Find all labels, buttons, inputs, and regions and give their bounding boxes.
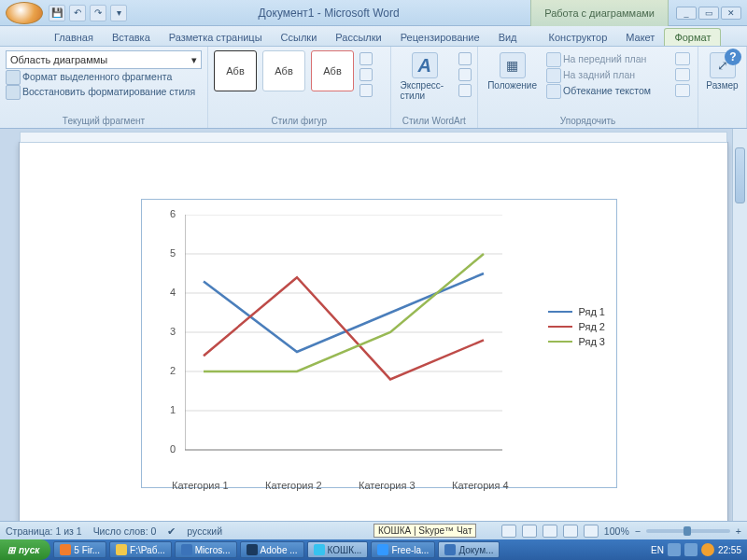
x-category-label: Категория 3 — [359, 480, 416, 491]
tab-review[interactable]: Рецензирование — [391, 29, 489, 46]
document-area: Ряд 1Ряд 2Ряд 3 0123456Категория 1Катего… — [0, 129, 747, 521]
group-shape-styles: Абв Абв Абв Стили фигур — [208, 47, 391, 128]
windows-logo-icon: ⊞ — [7, 545, 15, 555]
tab-mailings[interactable]: Рассылки — [326, 29, 390, 46]
taskbar-item[interactable]: Adobe ... — [240, 541, 304, 558]
align-group-stack — [673, 50, 692, 97]
view-outline-icon[interactable] — [563, 525, 578, 538]
vertical-scrollbar[interactable] — [732, 129, 747, 521]
tab-references[interactable]: Ссылки — [272, 29, 327, 46]
reset-style-button[interactable]: Восстановить форматирование стиля — [6, 84, 202, 99]
taskbar-item[interactable]: F:\Раб... — [109, 541, 172, 558]
tab-view[interactable]: Вид — [489, 29, 527, 46]
minimize-button[interactable]: _ — [676, 7, 697, 20]
legend-item: Ряд 1 — [548, 306, 605, 317]
chart-element-combo[interactable]: Область диаграммы ▾ — [6, 50, 202, 69]
y-tick-label: 2 — [170, 365, 176, 376]
tab-chart-layout[interactable]: Макет — [616, 29, 664, 46]
y-tick-label: 1 — [170, 404, 176, 415]
rotate-icon — [675, 84, 690, 97]
start-button[interactable]: ⊞ пуск — [0, 539, 50, 560]
close-button[interactable]: ✕ — [721, 7, 741, 20]
position-button[interactable]: ▦ Положение — [484, 50, 541, 92]
tab-chart-design[interactable]: Конструктор — [540, 29, 617, 46]
status-page[interactable]: Страница: 1 из 1 — [6, 525, 82, 537]
chevron-down-icon: ▾ — [191, 54, 197, 66]
position-label: Положение — [487, 80, 537, 91]
shape-effects-icon[interactable] — [359, 84, 373, 97]
quick-access-toolbar: 💾 ↶ ↷ ▾ — [49, 5, 127, 21]
ribbon-tabs: Главная Вставка Разметка страницы Ссылки… — [0, 26, 747, 47]
chart-element-combo-value: Область диаграммы — [10, 54, 107, 65]
text-wrap-button[interactable]: Обтекание текстом — [546, 84, 668, 97]
horizontal-ruler[interactable] — [20, 132, 727, 143]
tab-chart-format[interactable]: Формат — [664, 28, 721, 46]
chart-legend: Ряд 1Ряд 2Ряд 3 — [548, 302, 605, 351]
qat-more-icon[interactable]: ▾ — [110, 5, 127, 21]
group-label-size — [704, 124, 740, 126]
y-tick-label: 0 — [170, 443, 176, 455]
zoom-level[interactable]: 100% — [604, 525, 629, 537]
window-buttons: _ ▭ ✕ — [676, 7, 741, 20]
windows-taskbar: ⊞ пуск 5 Fir...F:\Раб...Micros...Adobe .… — [0, 539, 747, 560]
language-indicator[interactable]: EN — [651, 545, 664, 555]
zoom-in-button[interactable]: + — [736, 525, 741, 537]
tray-icon-1[interactable] — [668, 543, 681, 556]
undo-icon[interactable]: ↶ — [69, 5, 86, 21]
shape-style-1[interactable]: Абв — [214, 50, 257, 91]
tray-icon-3[interactable] — [701, 543, 714, 556]
group-label-shape-styles: Стили фигур — [214, 114, 385, 126]
shape-fill-icon[interactable] — [359, 52, 373, 65]
status-spellcheck-icon[interactable]: ✔ — [167, 525, 176, 537]
group-icon — [675, 68, 690, 81]
x-category-label: Категория 1 — [172, 480, 229, 491]
tab-page-layout[interactable]: Разметка страницы — [160, 29, 272, 46]
text-fill-icon[interactable] — [458, 52, 472, 65]
taskbar-item[interactable]: Докум... — [438, 541, 500, 558]
view-fullscreen-icon[interactable] — [522, 525, 537, 538]
express-styles-button[interactable]: A Экспресс-стили — [397, 50, 454, 103]
shape-style-more[interactable] — [359, 50, 373, 97]
view-web-icon[interactable] — [543, 525, 557, 538]
title-bar: 💾 ↶ ↷ ▾ Документ1 - Microsoft Word Работ… — [0, 0, 747, 26]
help-icon[interactable]: ? — [725, 49, 741, 65]
taskbar-item[interactable]: 5 Fir... — [53, 541, 106, 558]
start-label: пуск — [19, 545, 39, 555]
wordart-icon: A — [412, 52, 438, 78]
page[interactable]: Ряд 1Ряд 2Ряд 3 0123456Категория 1Катего… — [19, 142, 728, 521]
taskbar-item[interactable]: Free-la... — [371, 541, 435, 558]
status-language[interactable]: русский — [187, 525, 222, 537]
status-word-count[interactable]: Число слов: 0 — [93, 525, 157, 537]
view-print-layout-icon[interactable] — [501, 525, 516, 538]
tab-home[interactable]: Главная — [45, 29, 103, 46]
chart-plot — [185, 215, 502, 469]
send-back-button: На задний план — [546, 68, 668, 81]
bring-front-button: На передний план — [546, 52, 668, 65]
text-effects-icon[interactable] — [458, 84, 472, 97]
y-tick-label: 6 — [170, 208, 176, 219]
x-category-label: Категория 2 — [265, 480, 322, 491]
legend-item: Ряд 2 — [548, 321, 605, 332]
tray-icon-2[interactable] — [684, 543, 698, 556]
taskbar-item[interactable]: Micros... — [175, 541, 237, 558]
save-icon[interactable]: 💾 — [49, 5, 65, 21]
shape-style-2[interactable]: Абв — [262, 50, 305, 91]
restore-button[interactable]: ▭ — [698, 7, 719, 20]
format-selection-button[interactable]: Формат выделенного фрагмента — [6, 69, 202, 84]
system-tray: EN 22:55 — [645, 543, 747, 556]
shape-outline-icon[interactable] — [359, 68, 373, 81]
chart-object[interactable]: Ряд 1Ряд 2Ряд 3 0123456Категория 1Катего… — [141, 199, 617, 488]
taskbar-item[interactable]: КОШК... — [307, 541, 369, 558]
clock[interactable]: 22:55 — [718, 545, 741, 555]
scrollbar-thumb[interactable] — [735, 147, 745, 203]
view-draft-icon[interactable] — [584, 525, 599, 538]
y-tick-label: 5 — [170, 247, 176, 259]
redo-icon[interactable]: ↷ — [90, 5, 106, 21]
tab-insert[interactable]: Вставка — [103, 29, 160, 46]
zoom-slider[interactable] — [646, 529, 730, 533]
zoom-out-button[interactable]: − — [635, 525, 641, 537]
text-outline-icon[interactable] — [458, 68, 472, 81]
shape-style-3[interactable]: Абв — [311, 50, 354, 91]
office-button[interactable] — [6, 2, 43, 24]
align-icon[interactable] — [675, 52, 690, 65]
